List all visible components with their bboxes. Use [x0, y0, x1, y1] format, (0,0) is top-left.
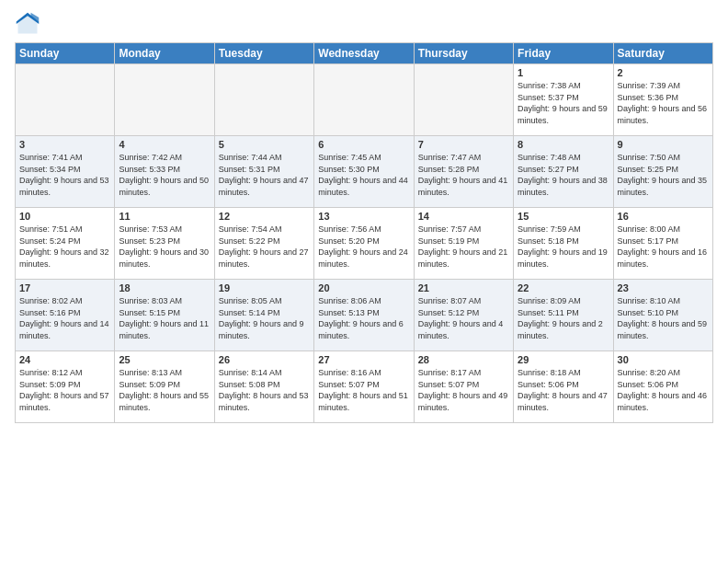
day-number: 13 [318, 211, 409, 222]
calendar-cell: 29Sunrise: 8:18 AM Sunset: 5:06 PM Dayli… [514, 351, 613, 423]
calendar-cell [314, 64, 414, 136]
logo [15, 11, 44, 37]
week-row-4: 17Sunrise: 8:02 AM Sunset: 5:16 PM Dayli… [16, 280, 713, 351]
day-number: 18 [119, 282, 210, 293]
day-info: Sunrise: 7:39 AM Sunset: 5:36 PM Dayligh… [618, 80, 709, 126]
day-number: 17 [19, 282, 110, 293]
day-info: Sunrise: 8:14 AM Sunset: 5:08 PM Dayligh… [219, 367, 310, 413]
calendar-cell: 14Sunrise: 7:57 AM Sunset: 5:19 PM Dayli… [414, 208, 513, 280]
day-info: Sunrise: 7:38 AM Sunset: 5:37 PM Dayligh… [518, 80, 609, 126]
calendar-cell: 11Sunrise: 7:53 AM Sunset: 5:23 PM Dayli… [115, 208, 214, 280]
page: SundayMondayTuesdayWednesdayThursdayFrid… [0, 0, 728, 563]
week-row-1: 1Sunrise: 7:38 AM Sunset: 5:37 PM Daylig… [16, 64, 713, 136]
week-row-3: 10Sunrise: 7:51 AM Sunset: 5:24 PM Dayli… [16, 208, 713, 280]
day-number: 12 [219, 211, 310, 222]
calendar-cell: 13Sunrise: 7:56 AM Sunset: 5:20 PM Dayli… [314, 208, 414, 280]
day-number: 3 [19, 139, 110, 150]
calendar-cell: 4Sunrise: 7:42 AM Sunset: 5:33 PM Daylig… [115, 136, 214, 208]
calendar-cell: 28Sunrise: 8:17 AM Sunset: 5:07 PM Dayli… [414, 351, 513, 423]
calendar-cell [414, 64, 513, 136]
day-info: Sunrise: 7:48 AM Sunset: 5:27 PM Dayligh… [518, 152, 609, 198]
day-info: Sunrise: 7:53 AM Sunset: 5:23 PM Dayligh… [119, 224, 210, 270]
day-number: 7 [418, 139, 509, 150]
day-number: 2 [618, 67, 709, 78]
weekday-header-sunday: Sunday [16, 43, 115, 64]
day-number: 20 [318, 282, 409, 293]
calendar-cell: 18Sunrise: 8:03 AM Sunset: 5:15 PM Dayli… [115, 280, 214, 351]
day-info: Sunrise: 7:54 AM Sunset: 5:22 PM Dayligh… [219, 224, 310, 270]
day-number: 1 [518, 67, 609, 78]
calendar-cell: 17Sunrise: 8:02 AM Sunset: 5:16 PM Dayli… [16, 280, 115, 351]
day-info: Sunrise: 8:20 AM Sunset: 5:06 PM Dayligh… [618, 367, 709, 413]
day-info: Sunrise: 8:17 AM Sunset: 5:07 PM Dayligh… [418, 367, 509, 413]
calendar-cell: 6Sunrise: 7:45 AM Sunset: 5:30 PM Daylig… [314, 136, 414, 208]
day-info: Sunrise: 8:18 AM Sunset: 5:06 PM Dayligh… [518, 367, 609, 413]
day-number: 30 [618, 354, 709, 365]
day-info: Sunrise: 7:50 AM Sunset: 5:25 PM Dayligh… [618, 152, 709, 198]
day-info: Sunrise: 7:45 AM Sunset: 5:30 PM Dayligh… [318, 152, 409, 198]
day-info: Sunrise: 7:51 AM Sunset: 5:24 PM Dayligh… [19, 224, 110, 270]
calendar-cell: 30Sunrise: 8:20 AM Sunset: 5:06 PM Dayli… [613, 351, 712, 423]
calendar-cell: 10Sunrise: 7:51 AM Sunset: 5:24 PM Dayli… [16, 208, 115, 280]
calendar-cell: 20Sunrise: 8:06 AM Sunset: 5:13 PM Dayli… [314, 280, 414, 351]
day-info: Sunrise: 8:06 AM Sunset: 5:13 PM Dayligh… [318, 295, 409, 341]
calendar-cell: 8Sunrise: 7:48 AM Sunset: 5:27 PM Daylig… [514, 136, 613, 208]
day-info: Sunrise: 8:05 AM Sunset: 5:14 PM Dayligh… [219, 295, 310, 341]
week-row-5: 24Sunrise: 8:12 AM Sunset: 5:09 PM Dayli… [16, 351, 713, 423]
week-row-2: 3Sunrise: 7:41 AM Sunset: 5:34 PM Daylig… [16, 136, 713, 208]
logo-icon [15, 11, 40, 37]
day-number: 27 [318, 354, 409, 365]
header [15, 11, 713, 37]
calendar-cell [115, 64, 214, 136]
day-info: Sunrise: 8:10 AM Sunset: 5:10 PM Dayligh… [618, 295, 709, 341]
day-info: Sunrise: 7:44 AM Sunset: 5:31 PM Dayligh… [219, 152, 310, 198]
weekday-header-row: SundayMondayTuesdayWednesdayThursdayFrid… [16, 43, 713, 64]
weekday-header-thursday: Thursday [414, 43, 513, 64]
day-number: 15 [518, 211, 609, 222]
day-info: Sunrise: 8:07 AM Sunset: 5:12 PM Dayligh… [418, 295, 509, 341]
calendar-cell: 16Sunrise: 8:00 AM Sunset: 5:17 PM Dayli… [613, 208, 712, 280]
day-number: 11 [119, 211, 210, 222]
calendar-cell: 12Sunrise: 7:54 AM Sunset: 5:22 PM Dayli… [214, 208, 313, 280]
weekday-header-saturday: Saturday [613, 43, 712, 64]
day-number: 6 [318, 139, 409, 150]
calendar-cell: 21Sunrise: 8:07 AM Sunset: 5:12 PM Dayli… [414, 280, 513, 351]
calendar-cell: 23Sunrise: 8:10 AM Sunset: 5:10 PM Dayli… [613, 280, 712, 351]
calendar-cell: 26Sunrise: 8:14 AM Sunset: 5:08 PM Dayli… [214, 351, 313, 423]
day-number: 10 [19, 211, 110, 222]
day-info: Sunrise: 8:12 AM Sunset: 5:09 PM Dayligh… [19, 367, 110, 413]
day-number: 22 [518, 282, 609, 293]
day-number: 5 [219, 139, 310, 150]
calendar-cell [16, 64, 115, 136]
calendar-cell: 7Sunrise: 7:47 AM Sunset: 5:28 PM Daylig… [414, 136, 513, 208]
calendar-cell: 2Sunrise: 7:39 AM Sunset: 5:36 PM Daylig… [613, 64, 712, 136]
day-number: 4 [119, 139, 210, 150]
calendar-cell [214, 64, 313, 136]
day-number: 23 [618, 282, 709, 293]
weekday-header-friday: Friday [514, 43, 613, 64]
day-number: 14 [418, 211, 509, 222]
day-info: Sunrise: 7:56 AM Sunset: 5:20 PM Dayligh… [318, 224, 409, 270]
calendar-cell: 22Sunrise: 8:09 AM Sunset: 5:11 PM Dayli… [514, 280, 613, 351]
calendar-cell: 1Sunrise: 7:38 AM Sunset: 5:37 PM Daylig… [514, 64, 613, 136]
day-number: 9 [618, 139, 709, 150]
day-number: 19 [219, 282, 310, 293]
day-number: 8 [518, 139, 609, 150]
day-info: Sunrise: 7:42 AM Sunset: 5:33 PM Dayligh… [119, 152, 210, 198]
day-info: Sunrise: 8:03 AM Sunset: 5:15 PM Dayligh… [119, 295, 210, 341]
day-number: 28 [418, 354, 509, 365]
day-number: 16 [618, 211, 709, 222]
day-info: Sunrise: 7:59 AM Sunset: 5:18 PM Dayligh… [518, 224, 609, 270]
calendar-cell: 9Sunrise: 7:50 AM Sunset: 5:25 PM Daylig… [613, 136, 712, 208]
calendar-cell: 24Sunrise: 8:12 AM Sunset: 5:09 PM Dayli… [16, 351, 115, 423]
day-number: 21 [418, 282, 509, 293]
day-number: 26 [219, 354, 310, 365]
day-info: Sunrise: 7:57 AM Sunset: 5:19 PM Dayligh… [418, 224, 509, 270]
calendar-cell: 5Sunrise: 7:44 AM Sunset: 5:31 PM Daylig… [214, 136, 313, 208]
weekday-header-tuesday: Tuesday [214, 43, 313, 64]
day-number: 29 [518, 354, 609, 365]
weekday-header-monday: Monday [115, 43, 214, 64]
calendar-cell: 15Sunrise: 7:59 AM Sunset: 5:18 PM Dayli… [514, 208, 613, 280]
day-number: 24 [19, 354, 110, 365]
day-info: Sunrise: 8:02 AM Sunset: 5:16 PM Dayligh… [19, 295, 110, 341]
